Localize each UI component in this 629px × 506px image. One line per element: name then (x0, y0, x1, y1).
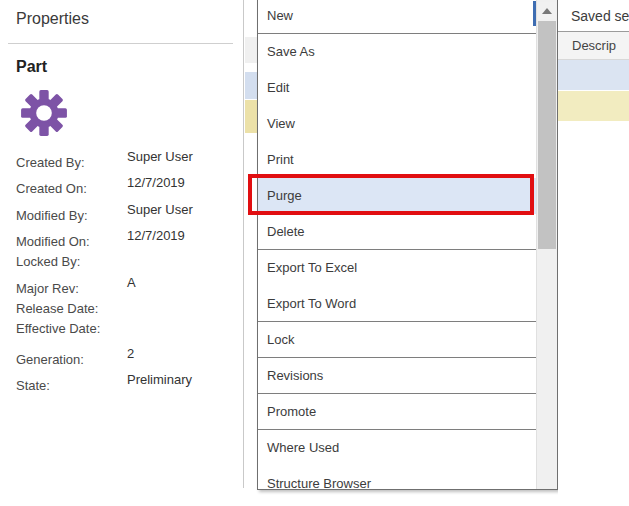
saved-searches-sidebar: Saved se Descrip (558, 0, 629, 506)
arrow-up-icon (542, 8, 552, 14)
property-label: State: (16, 378, 50, 393)
property-value: 12/7/2019 (127, 228, 185, 243)
saved-searches-title: Saved se (571, 8, 629, 24)
menu-item-save-as[interactable]: Save As (258, 34, 536, 70)
menu-item-label: Where Used (267, 440, 339, 455)
properties-panel-title: Properties (16, 10, 89, 28)
menu-item-label: Save As (267, 44, 315, 59)
focus-border-fragment (533, 1, 536, 26)
description-column-header: Descrip (558, 32, 629, 60)
property-value: 2 (127, 346, 134, 361)
menu-item-print[interactable]: Print (258, 142, 536, 178)
property-label: Modified On: (16, 234, 90, 249)
properties-divider (8, 43, 233, 44)
property-label: Effective Date: (16, 321, 100, 336)
property-row-modified-by: Modified By: Super User (16, 202, 234, 228)
menu-item-label: Revisions (267, 368, 323, 383)
property-row-generation: Generation: 2 (16, 346, 234, 372)
context-menu-list: New Save As Edit View Print Purge Delete… (258, 0, 536, 489)
menu-item-label: Promote (267, 404, 316, 419)
property-row-modified-on: Modified On: 12/7/2019 (16, 228, 234, 248)
property-label: Generation: (16, 352, 84, 367)
menu-item-label: Purge (267, 188, 302, 203)
menu-item-promote[interactable]: Promote (258, 394, 536, 430)
property-label: Locked By: (16, 254, 80, 269)
property-label: Release Date: (16, 301, 98, 316)
menu-item-label: View (267, 116, 295, 131)
menu-scrollbar[interactable] (536, 0, 557, 489)
menu-item-export-to-excel[interactable]: Export To Excel (258, 250, 536, 286)
property-row-effective-date: Effective Date: (16, 315, 234, 346)
item-type-label: Part (16, 58, 47, 76)
property-value: A (127, 275, 136, 290)
menu-item-label: Edit (267, 80, 289, 95)
scrollbar-thumb[interactable] (538, 21, 556, 249)
menu-item-structure-browser[interactable]: Structure Browser (258, 466, 536, 489)
grid-column-border (243, 0, 244, 488)
menu-item-edit[interactable]: Edit (258, 70, 536, 106)
property-row-created-by: Created By: Super User (16, 149, 234, 175)
menu-item-label: Print (267, 152, 294, 167)
menu-item-lock[interactable]: Lock (258, 322, 536, 358)
app-screen: Properties Part Create (0, 0, 629, 506)
menu-item-label: New (267, 8, 293, 23)
property-value: Super User (127, 149, 193, 164)
menu-item-purge[interactable]: Purge (258, 178, 536, 214)
menu-item-new[interactable]: New (258, 0, 536, 34)
property-label: Modified By: (16, 208, 88, 223)
grid-highlighted-row-fragment[interactable] (245, 100, 257, 133)
property-label: Created By: (16, 155, 85, 170)
menu-item-revisions[interactable]: Revisions (258, 358, 536, 394)
menu-item-where-used[interactable]: Where Used (258, 430, 536, 466)
property-label: Major Rev: (16, 281, 79, 296)
property-row-release-date: Release Date: (16, 295, 234, 315)
property-value: Preliminary (127, 372, 192, 387)
menu-item-label: Structure Browser (267, 476, 371, 489)
properties-field-list: Created By: Super User Created On: 12/7/… (16, 149, 234, 396)
property-value: Super User (127, 202, 193, 217)
gear-icon (19, 88, 69, 138)
menu-item-delete[interactable]: Delete (258, 214, 536, 250)
property-label: Created On: (16, 181, 87, 196)
context-menu: New Save As Edit View Print Purge Delete… (257, 0, 558, 490)
property-row-state: State: Preliminary (16, 372, 234, 396)
scrollbar-up-button[interactable] (538, 2, 556, 19)
saved-search-row[interactable] (558, 91, 629, 121)
menu-item-label: Delete (267, 224, 305, 239)
menu-item-label: Export To Excel (267, 260, 357, 275)
menu-item-export-to-word[interactable]: Export To Word (258, 286, 536, 322)
menu-item-view[interactable]: View (258, 106, 536, 142)
grid-header-fragment (245, 37, 257, 63)
property-row-major-rev: Major Rev: A (16, 275, 234, 295)
saved-search-row-selected[interactable] (558, 60, 629, 90)
menu-item-label: Export To Word (267, 296, 356, 311)
property-value: 12/7/2019 (127, 175, 185, 190)
property-row-locked-by: Locked By: (16, 248, 234, 275)
description-column-header-label: Descrip (572, 38, 616, 53)
property-row-created-on: Created On: 12/7/2019 (16, 175, 234, 202)
grid-selected-row-fragment[interactable] (245, 72, 257, 99)
menu-item-label: Lock (267, 332, 294, 347)
